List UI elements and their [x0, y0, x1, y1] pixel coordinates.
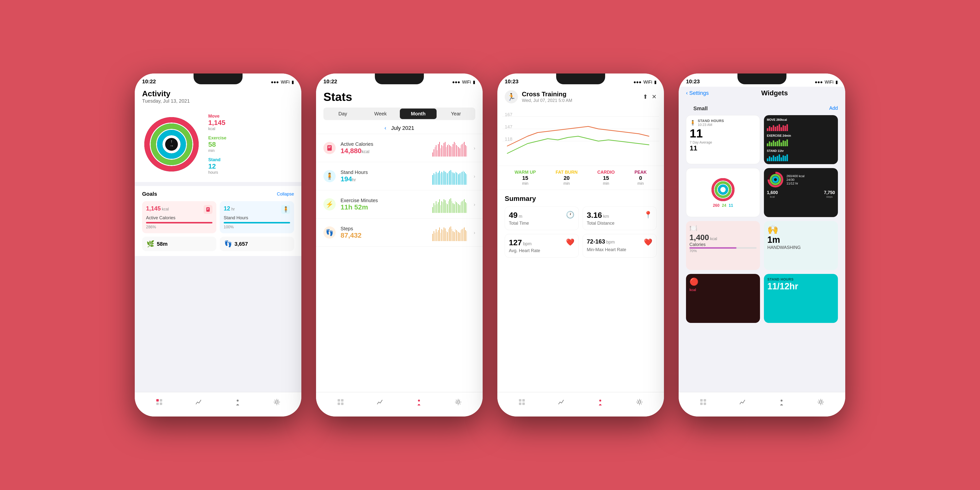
- chart-bar: [433, 175, 433, 185]
- tab-settings-1[interactable]: [274, 399, 280, 406]
- rings-labels: Move 1,145 kcal Exercise 58 min Stand 12…: [208, 114, 226, 175]
- chart-bar: [433, 153, 433, 157]
- chart-bar: [444, 143, 444, 157]
- goal-stand-name: Stand Hours: [224, 215, 290, 221]
- chart-bar: [436, 145, 436, 157]
- tab-summary-1[interactable]: [156, 399, 163, 406]
- tab-trends-1[interactable]: [195, 399, 202, 406]
- seg-year[interactable]: Year: [438, 108, 474, 119]
- chart-bar: [449, 171, 450, 185]
- svg-rect-24: [341, 402, 344, 405]
- chart-bar: [464, 142, 465, 157]
- tab-workouts-4[interactable]: [778, 399, 785, 406]
- widget-rings-dark[interactable]: 260/400 kcal 24/30 11/12 hr 1,600 kcal 7…: [764, 168, 838, 217]
- widget-stand-teal[interactable]: STAND HOURS 11/12hr: [764, 274, 838, 323]
- stand-label: Stand 12 hours: [208, 157, 226, 175]
- chart-bar: [437, 173, 438, 185]
- mini-bar: [776, 141, 778, 146]
- stat-arrow-exercise: ›: [474, 202, 475, 207]
- mini-bar: [779, 154, 780, 161]
- close-button[interactable]: ✕: [652, 93, 657, 100]
- stat-row-stand[interactable]: 🧍 Stand Hours 194hr ›: [316, 162, 483, 190]
- tab-summary-3[interactable]: [519, 399, 525, 406]
- back-button[interactable]: ‹ Settings: [686, 90, 709, 96]
- chart-bar: [465, 202, 466, 213]
- goal-stand-icon: 🧍: [281, 205, 290, 214]
- heart-icon: ❤️: [566, 238, 574, 246]
- chart-bar: [446, 203, 447, 213]
- add-widget-button[interactable]: Add: [829, 105, 838, 111]
- tab-trends-4[interactable]: [739, 399, 746, 406]
- stat-row-calories[interactable]: Active Calories 14,880kcal ›: [316, 134, 483, 162]
- chart-bar: [454, 232, 455, 241]
- seg-day[interactable]: Day: [325, 108, 361, 119]
- chart-bar: [443, 172, 443, 185]
- steps-stat-info: 3,657: [234, 241, 248, 247]
- widget-activity-dark[interactable]: MOVE 260kcal EXERCISE 24min STAND 11hr: [764, 115, 838, 164]
- tab-settings-2[interactable]: [455, 399, 461, 406]
- widget-dark-stat2-val: 7,750: [824, 190, 835, 195]
- tab-settings-3[interactable]: [636, 399, 643, 406]
- widget-dark-min: 24/30: [786, 178, 805, 181]
- tab-trends-2[interactable]: [376, 399, 383, 406]
- zone-cardio-value: 15: [597, 175, 615, 181]
- svg-rect-14: [156, 402, 159, 405]
- chart-bar: [462, 172, 462, 185]
- tab-summary-2[interactable]: [337, 399, 344, 406]
- workout-header: 🏃 Cross Training Wed, Jul 07, 2021 5:0 A…: [497, 87, 664, 107]
- stat-arrow-steps: ›: [474, 230, 475, 235]
- chart-bar: [453, 144, 453, 157]
- stand-widget-title: STAND HOURS: [698, 119, 724, 123]
- seg-month[interactable]: Month: [400, 108, 437, 119]
- chart-bar: [437, 204, 438, 213]
- tab-settings-4[interactable]: [817, 399, 824, 406]
- chart-bar: [461, 145, 461, 157]
- stat-icon-exercise: ⚡: [323, 198, 336, 210]
- svg-point-55: [781, 399, 783, 402]
- exercise-value: 58: [208, 141, 226, 148]
- stats-nav-prev[interactable]: ‹: [384, 125, 386, 131]
- stat-row-exercise[interactable]: ⚡ Exercise Minutes 11h 52m ›: [316, 190, 483, 218]
- workout-name: Cross Training: [522, 91, 639, 98]
- status-icons-4: ●●● WiFi ▮: [815, 80, 838, 85]
- mini-bar: [786, 124, 788, 131]
- seg-week[interactable]: Week: [362, 108, 399, 119]
- chart-bar: [434, 231, 434, 241]
- widget-exercise-label: EXERCISE 24min: [767, 134, 835, 137]
- share-button[interactable]: ⬆: [643, 93, 648, 100]
- chart-bar: [447, 145, 448, 157]
- svg-rect-35: [519, 402, 521, 405]
- mini-bar: [784, 156, 786, 161]
- chart-bar: [447, 204, 448, 213]
- total-time-label: Total Time: [509, 221, 574, 226]
- widget-stand-hours[interactable]: 🧍 STAND HOURS 10:23 AM 11 7 Day Average …: [686, 115, 760, 164]
- mini-bar: [779, 124, 780, 131]
- zone-cardio-unit: min: [597, 181, 615, 186]
- tab-workouts-2[interactable]: [415, 399, 422, 406]
- signal-icon-4: ●●●: [815, 80, 823, 85]
- tab-trends-3[interactable]: [558, 399, 565, 406]
- chart-bar: [444, 171, 444, 185]
- tab-workouts-3[interactable]: [597, 399, 604, 406]
- handwash-label: HANDWASHING: [767, 245, 834, 250]
- goals-collapse[interactable]: Collapse: [277, 192, 294, 197]
- stat-row-steps[interactable]: 👣 Steps 87,432 ›: [316, 218, 483, 247]
- chart-bar: [444, 199, 444, 213]
- widget-handwash[interactable]: 🙌 1m HANDWASHING: [764, 221, 838, 270]
- stats-segmented-control[interactable]: Day Week Month Year: [323, 108, 475, 120]
- widget-rings-white[interactable]: 260 24 11: [686, 168, 760, 217]
- chart-bar: [455, 201, 456, 213]
- widget-kcal-dark[interactable]: 🔴 kcal: [686, 274, 760, 323]
- chart-bar: [445, 142, 445, 157]
- goal-stand-hours: 12 hr 🧍 Stand Hours 100%: [220, 201, 294, 233]
- chart-bar: [445, 228, 445, 241]
- exercise-stat-info: 58m: [157, 241, 167, 247]
- chart-bar: [447, 173, 448, 185]
- goal-active-calories: 1,145 kcal Active Calories: [142, 201, 216, 233]
- widget-calories[interactable]: 🍽️ 1,400 kcal Calories 70%: [686, 221, 760, 270]
- chart-bar: [456, 145, 457, 157]
- svg-rect-34: [522, 399, 525, 402]
- tab-summary-4[interactable]: [700, 399, 706, 406]
- tab-workouts-1[interactable]: [234, 399, 241, 406]
- zone-fatburn-value: 20: [556, 175, 578, 181]
